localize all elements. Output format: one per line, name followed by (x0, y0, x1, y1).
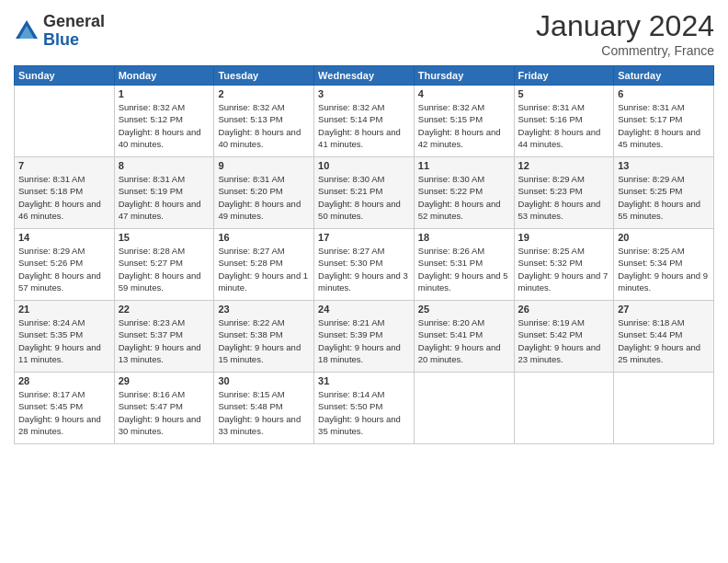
sunrise: Sunrise: 8:32 AM (119, 102, 185, 112)
sunrise: Sunrise: 8:32 AM (418, 102, 484, 112)
calendar-cell: 20Sunrise: 8:25 AMSunset: 5:34 PMDayligh… (614, 229, 714, 301)
sunset: Sunset: 5:35 PM (18, 329, 83, 339)
day-number: 24 (318, 304, 410, 315)
title-block: January 2024 Commentry, France (536, 9, 714, 58)
daylight: Daylight: 9 hours and 7 minutes. (518, 270, 609, 293)
cell-data: Sunrise: 8:31 AMSunset: 5:19 PMDaylight:… (119, 173, 210, 222)
calendar-body: 1Sunrise: 8:32 AMSunset: 5:12 PMDaylight… (15, 86, 714, 444)
cell-data: Sunrise: 8:29 AMSunset: 5:23 PMDaylight:… (518, 173, 610, 222)
calendar-cell: 5Sunrise: 8:31 AMSunset: 5:16 PMDaylight… (514, 86, 614, 157)
sunset: Sunset: 5:47 PM (119, 401, 183, 411)
daylight: Daylight: 9 hours and 18 minutes. (318, 342, 401, 364)
daylight: Daylight: 9 hours and 5 minutes. (418, 270, 508, 293)
sunrise: Sunrise: 8:15 AM (218, 389, 284, 399)
cell-data: Sunrise: 8:17 AMSunset: 5:45 PMDaylight:… (18, 388, 110, 437)
day-number: 21 (18, 304, 110, 315)
sunrise: Sunrise: 8:23 AM (119, 317, 185, 327)
sunrise: Sunrise: 8:26 AM (418, 246, 484, 256)
cell-data: Sunrise: 8:25 AMSunset: 5:34 PMDaylight:… (618, 245, 710, 293)
calendar-page: General Blue January 2024 Commentry, Fra… (0, 0, 728, 563)
daylight: Daylight: 9 hours and 9 minutes. (618, 270, 708, 293)
calendar-cell: 26Sunrise: 8:19 AMSunset: 5:42 PMDayligh… (514, 301, 614, 373)
sunrise: Sunrise: 8:28 AM (119, 246, 185, 256)
cell-data: Sunrise: 8:29 AMSunset: 5:26 PMDaylight:… (18, 245, 110, 293)
logo: General Blue (14, 13, 105, 50)
sunrise: Sunrise: 8:24 AM (18, 317, 85, 327)
logo-blue: Blue (43, 31, 105, 50)
calendar-cell: 3Sunrise: 8:32 AMSunset: 5:14 PMDaylight… (314, 86, 415, 157)
daylight: Daylight: 8 hours and 47 minutes. (119, 199, 201, 221)
sunrise: Sunrise: 8:31 AM (618, 102, 684, 112)
sunrise: Sunrise: 8:25 AM (518, 246, 585, 256)
calendar-cell: 27Sunrise: 8:18 AMSunset: 5:44 PMDayligh… (614, 301, 714, 373)
sunrise: Sunrise: 8:27 AM (318, 246, 384, 256)
cell-data: Sunrise: 8:21 AMSunset: 5:39 PMDaylight:… (318, 316, 410, 365)
sunset: Sunset: 5:28 PM (218, 258, 282, 268)
calendar-cell: 19Sunrise: 8:25 AMSunset: 5:32 PMDayligh… (514, 229, 614, 301)
sunset: Sunset: 5:32 PM (518, 258, 583, 268)
day-number: 2 (218, 88, 310, 99)
sunrise: Sunrise: 8:30 AM (418, 174, 484, 184)
sunrise: Sunrise: 8:29 AM (518, 174, 585, 184)
header-saturday: Saturday (614, 66, 714, 86)
logo-general: General (43, 13, 105, 31)
cell-data: Sunrise: 8:31 AMSunset: 5:20 PMDaylight:… (218, 173, 310, 222)
sunset: Sunset: 5:13 PM (218, 114, 282, 124)
sunrise: Sunrise: 8:16 AM (119, 389, 185, 399)
calendar-cell: 23Sunrise: 8:22 AMSunset: 5:38 PMDayligh… (214, 301, 314, 373)
daylight: Daylight: 9 hours and 30 minutes. (119, 414, 201, 436)
calendar-cell: 12Sunrise: 8:29 AMSunset: 5:23 PMDayligh… (514, 157, 614, 229)
sunset: Sunset: 5:16 PM (518, 114, 583, 124)
daylight: Daylight: 9 hours and 3 minutes. (318, 270, 408, 293)
day-number: 1 (119, 88, 210, 99)
day-number: 8 (119, 160, 210, 171)
sunrise: Sunrise: 8:27 AM (218, 246, 284, 256)
day-number: 26 (518, 304, 610, 315)
daylight: Daylight: 8 hours and 40 minutes. (218, 127, 301, 149)
calendar-cell (514, 373, 614, 444)
sunset: Sunset: 5:14 PM (318, 114, 382, 124)
cell-data: Sunrise: 8:18 AMSunset: 5:44 PMDaylight:… (618, 316, 710, 365)
cell-data: Sunrise: 8:15 AMSunset: 5:48 PMDaylight:… (218, 388, 310, 437)
daylight: Daylight: 9 hours and 23 minutes. (518, 342, 601, 364)
cell-data: Sunrise: 8:31 AMSunset: 5:17 PMDaylight:… (618, 101, 710, 150)
cell-data: Sunrise: 8:30 AMSunset: 5:21 PMDaylight:… (318, 173, 410, 222)
sunset: Sunset: 5:15 PM (418, 114, 483, 124)
sunset: Sunset: 5:42 PM (518, 329, 583, 339)
day-number: 31 (318, 375, 410, 386)
sunset: Sunset: 5:12 PM (119, 114, 183, 124)
calendar-cell: 29Sunrise: 8:16 AMSunset: 5:47 PMDayligh… (114, 373, 214, 444)
cell-data: Sunrise: 8:28 AMSunset: 5:27 PMDaylight:… (119, 245, 210, 293)
day-number: 14 (18, 232, 110, 243)
daylight: Daylight: 8 hours and 57 minutes. (18, 270, 101, 293)
calendar-cell: 21Sunrise: 8:24 AMSunset: 5:35 PMDayligh… (15, 301, 115, 373)
day-number: 20 (618, 232, 710, 243)
logo-text: General Blue (43, 13, 105, 50)
logo-icon (14, 18, 40, 44)
daylight: Daylight: 8 hours and 40 minutes. (119, 127, 201, 149)
daylight: Daylight: 8 hours and 53 minutes. (518, 199, 601, 221)
daylight: Daylight: 8 hours and 59 minutes. (119, 270, 201, 293)
header-sunday: Sunday (15, 66, 115, 86)
header-monday: Monday (114, 66, 214, 86)
sunrise: Sunrise: 8:32 AM (318, 102, 384, 112)
sunset: Sunset: 5:23 PM (518, 186, 583, 196)
day-number: 13 (618, 160, 710, 171)
sunrise: Sunrise: 8:31 AM (218, 174, 284, 184)
header-row: Sunday Monday Tuesday Wednesday Thursday… (15, 66, 714, 86)
header-tuesday: Tuesday (214, 66, 314, 86)
calendar-cell: 15Sunrise: 8:28 AMSunset: 5:27 PMDayligh… (114, 229, 214, 301)
sunset: Sunset: 5:30 PM (318, 258, 382, 268)
cell-data: Sunrise: 8:32 AMSunset: 5:12 PMDaylight:… (119, 101, 210, 150)
day-number: 18 (418, 232, 510, 243)
cell-data: Sunrise: 8:32 AMSunset: 5:13 PMDaylight:… (218, 101, 310, 150)
month-title: January 2024 (536, 9, 714, 43)
calendar-cell: 14Sunrise: 8:29 AMSunset: 5:26 PMDayligh… (15, 229, 115, 301)
daylight: Daylight: 8 hours and 42 minutes. (418, 127, 501, 149)
day-number: 9 (218, 160, 310, 171)
cell-data: Sunrise: 8:29 AMSunset: 5:25 PMDaylight:… (618, 173, 710, 222)
calendar-cell (15, 86, 115, 157)
cell-data: Sunrise: 8:20 AMSunset: 5:41 PMDaylight:… (418, 316, 510, 365)
calendar-cell: 11Sunrise: 8:30 AMSunset: 5:22 PMDayligh… (414, 157, 514, 229)
location: Commentry, France (536, 43, 714, 58)
